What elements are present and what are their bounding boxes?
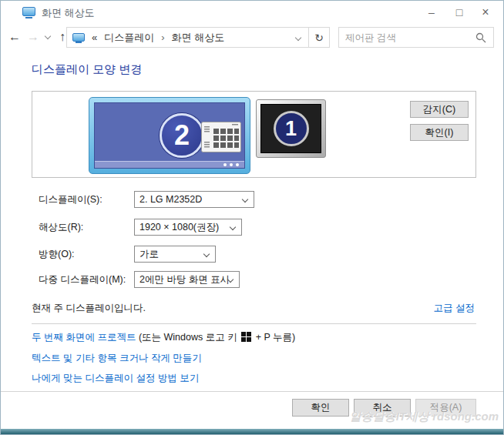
multi-display-select[interactable]: 2에만 바탕 화면 표시 — [134, 271, 240, 288]
display-monitor-icon — [22, 7, 35, 16]
primary-display-note: 현재 주 디스플레이입니다. — [32, 302, 146, 315]
ok-button[interactable]: 확인 — [292, 399, 349, 417]
display-select[interactable]: 2. LG M2352D — [134, 191, 254, 208]
orientation-label: 방향(O): — [39, 246, 75, 263]
breadcrumb-item-screen-resolution[interactable]: 화면 해상도 — [172, 31, 225, 45]
taskbar-dots-icon — [223, 163, 239, 166]
project-second-screen-line: 두 번째 화면에 프로젝트 (또는 Windows 로고 키 + P 누름) — [32, 331, 295, 344]
address-bar[interactable]: « 디스플레이 › 화면 해상도 ↻ — [66, 27, 330, 48]
display-label: 디스플레이(S): — [39, 191, 102, 208]
windows-logo-icon — [241, 332, 251, 342]
search-icon[interactable] — [475, 32, 486, 43]
chevron-down-icon — [242, 196, 248, 202]
monitor-2-number: 2 — [160, 113, 204, 158]
display-help-link[interactable]: 나에게 맞는 디스플레이 설정 방법 보기 — [32, 373, 199, 383]
orientation-select-value: 가로 — [139, 248, 159, 261]
monitor-preview-panel: 2 — [32, 91, 476, 178]
minimize-button[interactable]: – — [418, 1, 445, 24]
background-strip — [1, 429, 503, 434]
history-chevron-icon[interactable] — [45, 33, 51, 39]
resolution-label: 해상도(R): — [39, 219, 83, 236]
detect-button[interactable]: 감지(C) — [410, 101, 469, 118]
forward-button: → — [24, 24, 42, 51]
monitor-2-taskbar — [95, 161, 244, 168]
address-dropdown-icon[interactable] — [295, 34, 301, 40]
project-note-post: + P 누름) — [256, 332, 296, 343]
breadcrumb-separator: › — [161, 32, 164, 43]
breadcrumb-prefix[interactable]: « — [92, 32, 97, 43]
monitor-2-screen: 2 — [94, 102, 245, 169]
resolution-grid-icon — [201, 122, 241, 152]
identify-button[interactable]: 확인(I) — [410, 124, 469, 141]
close-button[interactable]: × — [472, 1, 499, 24]
project-second-screen-link[interactable]: 두 번째 화면에 프로젝트 — [32, 332, 136, 343]
window-title: 화면 해상도 — [42, 6, 95, 20]
chevron-down-icon — [203, 251, 210, 257]
multi-display-select-value: 2에만 바탕 화면 표시 — [139, 273, 230, 286]
monitor-2-preview[interactable]: 2 — [89, 97, 250, 174]
orientation-select[interactable]: 가로 — [134, 246, 216, 263]
resolution-select[interactable]: 1920 × 1080(권장) — [134, 219, 242, 236]
project-note-pre: (또는 Windows 로고 키 — [139, 332, 237, 343]
search-box[interactable] — [338, 27, 494, 48]
divider — [32, 323, 476, 324]
monitor-1-screen: 1 — [260, 104, 321, 153]
screen-resolution-window: 화면 해상도 – □ × ← → ↑ « 디스플레이 › 화면 해상도 ↻ — [0, 0, 504, 435]
advanced-settings-link[interactable]: 고급 설정 — [434, 302, 475, 315]
page-title: 디스플레이 모양 변경 — [32, 62, 142, 77]
multi-display-label: 다중 디스플레이(M): — [39, 271, 126, 288]
monitor-1-preview[interactable]: 1 — [256, 99, 326, 158]
navigation-bar: ← → ↑ « 디스플레이 › 화면 해상도 ↻ — [1, 24, 503, 51]
chevron-down-icon — [230, 224, 236, 230]
breadcrumb-item-display[interactable]: 디스플레이 — [104, 31, 154, 45]
back-button[interactable]: ← — [5, 24, 24, 51]
display-select-value: 2. LG M2352D — [139, 194, 202, 205]
location-monitor-icon — [72, 33, 85, 42]
watermark: 알송달송IT세상 rdsong.com — [350, 410, 499, 424]
text-size-link[interactable]: 텍스트 및 기타 항목 크거나 작게 만들기 — [32, 353, 202, 363]
footer-divider — [1, 391, 503, 392]
refresh-icon[interactable]: ↻ — [309, 32, 329, 44]
breadcrumb: « 디스플레이 › 화면 해상도 — [92, 31, 296, 45]
titlebar: 화면 해상도 – □ × — [1, 1, 503, 24]
maximize-button[interactable]: □ — [446, 1, 472, 24]
search-input[interactable] — [339, 32, 475, 43]
resolution-select-value: 1920 × 1080(권장) — [139, 221, 219, 234]
monitor-1-number: 1 — [274, 111, 309, 146]
